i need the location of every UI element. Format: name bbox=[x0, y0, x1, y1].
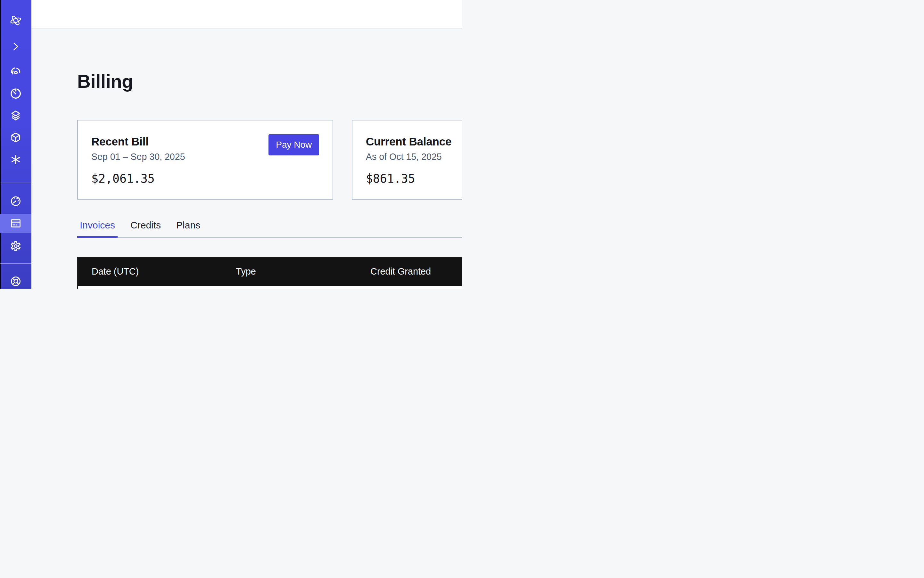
billing-tabs: Invoices Credits Plans bbox=[77, 219, 462, 238]
batch-operations-icon[interactable] bbox=[0, 149, 31, 170]
table-body: Sept 01 – 30, 2024 Cloud Usage Pending $… bbox=[78, 286, 462, 289]
schedules-icon[interactable] bbox=[0, 83, 31, 104]
app: UTC bbox=[0, 0, 462, 289]
recent-bill-amount: $2,061.35 bbox=[91, 171, 155, 187]
support-icon[interactable] bbox=[0, 270, 31, 289]
billing-icon bbox=[10, 218, 21, 229]
card-title: Current Balance bbox=[366, 135, 462, 149]
sidebar-divider bbox=[0, 263, 31, 264]
current-balance-card: Current Balance As of Oct 15, 2025 $861.… bbox=[352, 120, 462, 200]
page-title: Billing bbox=[77, 70, 462, 92]
topbar: UTC bbox=[31, 0, 462, 29]
balance-as-of: As of Oct 15, 2025 bbox=[366, 150, 462, 163]
nexus-icon[interactable] bbox=[0, 127, 31, 148]
column-header-credit-purchase: Credit Purchase Amount bbox=[431, 266, 462, 277]
sidebar-item-billing[interactable] bbox=[0, 214, 31, 233]
tab-credits[interactable]: Credits bbox=[128, 219, 163, 238]
tab-plans[interactable]: Plans bbox=[174, 219, 203, 238]
invoices-table: Date (UTC) Type Credit Granted Credit Pu… bbox=[77, 257, 462, 289]
deployments-icon[interactable] bbox=[0, 104, 31, 126]
tab-invoices[interactable]: Invoices bbox=[77, 219, 118, 238]
usage-icon[interactable] bbox=[0, 190, 31, 212]
sidebar-divider bbox=[0, 183, 31, 183]
column-header-credit-granted: Credit Granted bbox=[338, 266, 431, 277]
recent-bill-card: Recent Bill Sep 01 – Sep 30, 2025 $2,061… bbox=[77, 120, 333, 200]
table-row[interactable]: Sept 01 – 30, 2024 Cloud Usage Pending $… bbox=[78, 286, 462, 289]
temporal-logo-icon[interactable] bbox=[0, 10, 31, 31]
main-area: UTC bbox=[31, 0, 462, 289]
workflows-icon[interactable] bbox=[0, 61, 31, 83]
column-header-date: Date (UTC) bbox=[78, 266, 236, 277]
billing-page: Billing Recent Bill Sep 01 – Sep 30, 202… bbox=[31, 29, 462, 289]
expand-sidebar-icon[interactable] bbox=[0, 36, 31, 57]
settings-icon[interactable] bbox=[0, 235, 31, 257]
current-balance-amount: $861.35 bbox=[366, 171, 415, 187]
pay-now-button[interactable]: Pay Now bbox=[268, 134, 319, 155]
summary-cards: Recent Bill Sep 01 – Sep 30, 2025 $2,061… bbox=[77, 120, 462, 200]
column-header-type: Type bbox=[236, 266, 338, 277]
table-header: Date (UTC) Type Credit Granted Credit Pu… bbox=[78, 258, 462, 286]
sidebar bbox=[0, 0, 31, 289]
